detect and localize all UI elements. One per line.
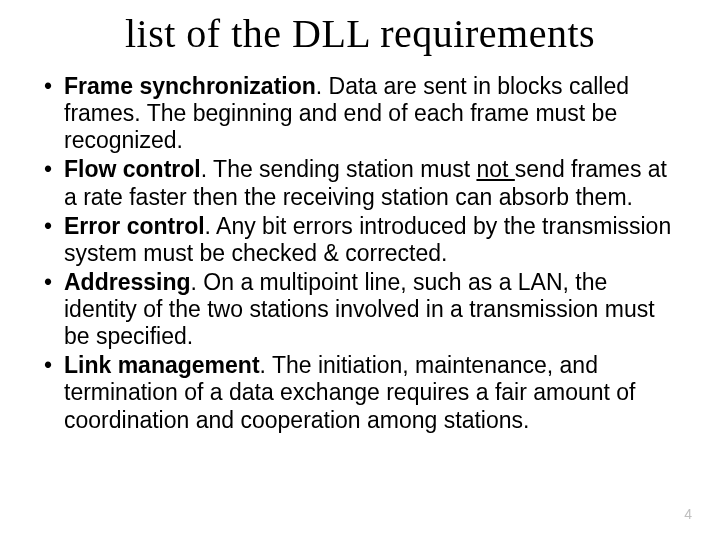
page-number: 4 [684, 506, 692, 522]
item-term: Error control [64, 213, 205, 239]
item-text-underline: not [476, 156, 514, 182]
bullet-list: Frame synchronization. Data are sent in … [30, 73, 690, 434]
item-term: Addressing [64, 269, 191, 295]
slide-title: list of the DLL requirements [30, 10, 690, 57]
item-term: Frame synchronization [64, 73, 316, 99]
slide: list of the DLL requirements Frame synch… [0, 0, 720, 540]
list-item: Frame synchronization. Data are sent in … [44, 73, 684, 154]
item-term: Flow control [64, 156, 201, 182]
item-text-pre: The sending station must [207, 156, 476, 182]
list-item: Link management. The initiation, mainten… [44, 352, 684, 433]
item-term: Link management [64, 352, 260, 378]
list-item: Addressing. On a multipoint line, such a… [44, 269, 684, 350]
list-item: Error control. Any bit errors introduced… [44, 213, 684, 267]
list-item: Flow control. The sending station must n… [44, 156, 684, 210]
